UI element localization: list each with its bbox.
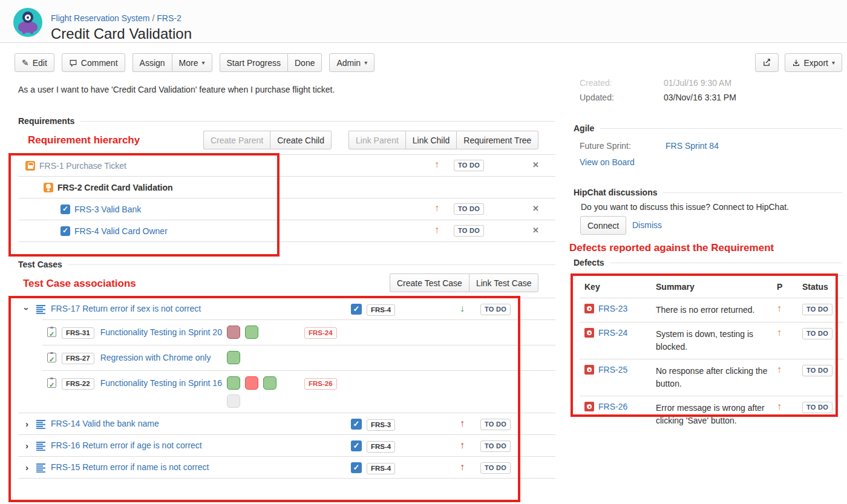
create-child-button[interactable]: Create Child bbox=[270, 131, 332, 149]
defect-row: FRS-23 There is no error returned. ↑ TO … bbox=[580, 298, 843, 322]
status-badge: TO DO bbox=[480, 419, 511, 430]
covered-requirement-tag[interactable]: FRS-3 bbox=[367, 419, 395, 431]
checkbox-requirement-icon bbox=[60, 226, 70, 236]
create-test-case-button[interactable]: Create Test Case bbox=[390, 273, 469, 292]
link-parent-button[interactable]: Link Parent bbox=[348, 131, 405, 149]
issue-header: Flight Reservation System/FRS-2 Credit C… bbox=[0, 0, 847, 43]
test-run-key-tag[interactable]: FRS-22 bbox=[62, 378, 94, 390]
test-case-link[interactable]: FRS-17 Return error if sex is not correc… bbox=[51, 304, 201, 313]
requirement-link[interactable]: FRS-1 Purchase Ticket bbox=[39, 161, 126, 171]
export-button[interactable]: Export▾ bbox=[785, 53, 843, 72]
comment-button[interactable]: Comment bbox=[62, 53, 125, 72]
status-badge: TO DO bbox=[802, 304, 832, 315]
defect-tag[interactable]: FRS-26 bbox=[304, 378, 337, 390]
test-run-link[interactable]: Functionality Testing in Sprint 16 bbox=[100, 378, 222, 388]
create-parent-button[interactable]: Create Parent bbox=[203, 131, 270, 149]
breadcrumb-separator: / bbox=[152, 13, 154, 23]
toolbar-right: Export▾ bbox=[755, 53, 843, 72]
requirement-link[interactable]: FRS-3 Valid Bank bbox=[74, 205, 141, 214]
requirement-link[interactable]: FRS-4 Valid Card Owner bbox=[74, 226, 168, 236]
expand-chevron-icon[interactable]: › bbox=[25, 440, 28, 451]
covered-requirement-tag[interactable]: FRS-4 bbox=[367, 463, 395, 474]
view-on-board-link[interactable]: View on Board bbox=[580, 157, 635, 167]
breadcrumb-issue-link[interactable]: FRS-2 bbox=[157, 13, 181, 23]
priority-up-icon: ↑ bbox=[434, 203, 439, 213]
admin-button[interactable]: Admin▾ bbox=[329, 53, 374, 72]
run-status-square[interactable] bbox=[227, 351, 240, 364]
more-button[interactable]: More▾ bbox=[172, 53, 212, 72]
test-case-row: › FRS-14 Valid the bank name FRS-3 ↑ TO … bbox=[18, 413, 555, 434]
assign-button[interactable]: Assign bbox=[132, 53, 172, 72]
test-case-link[interactable]: FRS-15 Return error if name is not corre… bbox=[51, 462, 209, 472]
defect-tag[interactable]: FRS-24 bbox=[304, 327, 337, 339]
defect-summary: No response after clicking the button. bbox=[656, 365, 777, 390]
coverage-checkbox-icon bbox=[351, 462, 362, 473]
run-status-square[interactable] bbox=[263, 376, 276, 390]
future-sprint-link[interactable]: FRS Sprint 84 bbox=[666, 141, 719, 151]
edit-button[interactable]: ✎Edit bbox=[15, 53, 54, 72]
bug-icon bbox=[584, 402, 594, 411]
defect-link[interactable]: FRS-23 bbox=[598, 304, 627, 313]
priority-up-icon: ↑ bbox=[777, 328, 802, 338]
remove-link-icon[interactable]: ✕ bbox=[532, 226, 539, 235]
hipchat-connect-button[interactable]: Connect bbox=[580, 216, 626, 235]
share-button[interactable] bbox=[755, 53, 779, 72]
defect-link[interactable]: FRS-26 bbox=[598, 402, 627, 411]
link-test-case-button[interactable]: Link Test Case bbox=[469, 273, 539, 292]
toolbar: ✎Edit Comment Assign More▾ Start Progres… bbox=[15, 53, 374, 72]
test-run-key-tag[interactable]: FRS-31 bbox=[62, 327, 94, 339]
defect-link[interactable]: FRS-25 bbox=[598, 365, 627, 375]
run-status-square[interactable] bbox=[245, 376, 258, 390]
priority-up-icon: ↑ bbox=[460, 419, 465, 428]
run-status-square[interactable] bbox=[227, 326, 240, 339]
expand-chevron-icon[interactable]: › bbox=[25, 419, 28, 429]
requirements-section-header: Requirements bbox=[18, 116, 555, 126]
requirement-hierarchy-table: FRS-1 Purchase Ticket ↑ TO DO ✕ FRS-2 Cr… bbox=[18, 154, 555, 242]
collapse-chevron-icon[interactable]: › bbox=[22, 307, 32, 310]
requirement-row: FRS-1 Purchase Ticket ↑ TO DO ✕ bbox=[18, 154, 555, 176]
column-header-key: Key bbox=[584, 282, 656, 292]
run-status-square[interactable] bbox=[227, 394, 240, 408]
column-header-priority: P bbox=[777, 282, 802, 292]
coverage-checkbox-icon bbox=[351, 440, 362, 451]
clipboard-check-icon bbox=[47, 378, 56, 388]
start-progress-button[interactable]: Start Progress bbox=[220, 53, 287, 72]
future-sprint-label: Future Sprint: bbox=[580, 141, 631, 151]
test-case-button-group: Create Test Case Link Test Case bbox=[390, 273, 538, 292]
created-label: Created: bbox=[580, 78, 612, 88]
link-child-button[interactable]: Link Child bbox=[405, 131, 456, 149]
covered-requirement-tag[interactable]: FRS-4 bbox=[367, 441, 395, 453]
checkbox-requirement-icon bbox=[60, 205, 70, 214]
test-run-link[interactable]: Functionality Testing in Sprint 20 bbox=[100, 327, 222, 337]
requirement-tree-button[interactable]: Requirement Tree bbox=[456, 131, 538, 149]
run-status-square[interactable] bbox=[227, 376, 240, 390]
run-status-square[interactable] bbox=[245, 326, 258, 339]
test-case-row: › FRS-17 Return error if sex is not corr… bbox=[18, 298, 555, 319]
defect-row: FRS-25 No response after clicking the bu… bbox=[580, 359, 843, 396]
test-run-key-tag[interactable]: FRS-27 bbox=[62, 353, 94, 364]
status-badge: TO DO bbox=[480, 304, 511, 315]
remove-link-icon[interactable]: ✕ bbox=[532, 204, 539, 213]
hipchat-dismiss-link[interactable]: Dismiss bbox=[632, 220, 662, 230]
test-case-list-icon bbox=[36, 304, 46, 314]
breadcrumb-project-link[interactable]: Flight Reservation System bbox=[51, 13, 149, 23]
comment-bubble-icon bbox=[69, 59, 77, 67]
test-run-results bbox=[227, 326, 279, 339]
remove-link-icon[interactable]: ✕ bbox=[532, 160, 539, 169]
done-button[interactable]: Done bbox=[287, 53, 322, 72]
test-case-list-icon bbox=[36, 441, 46, 451]
defect-link[interactable]: FRS-24 bbox=[598, 328, 627, 338]
created-value: 01/Jul/16 9:30 AM bbox=[664, 78, 731, 88]
test-case-link[interactable]: FRS-16 Return error if age is not correc… bbox=[51, 440, 202, 450]
clipboard-check-icon bbox=[47, 353, 56, 362]
priority-up-icon: ↑ bbox=[460, 440, 465, 450]
covered-requirement-tag[interactable]: FRS-4 bbox=[367, 304, 395, 316]
test-case-row: › FRS-15 Return error if name is not cor… bbox=[18, 456, 555, 478]
priority-up-icon: ↑ bbox=[777, 304, 802, 313]
annotation-defects: Defects reported against the Requirement bbox=[569, 242, 774, 254]
test-run-link[interactable]: Regression with Chrome only bbox=[100, 353, 211, 362]
test-run-results bbox=[227, 351, 279, 364]
test-case-link[interactable]: FRS-14 Valid the bank name bbox=[51, 419, 159, 428]
expand-chevron-icon[interactable]: › bbox=[25, 462, 28, 473]
defects-table: Key Summary P Status FRS-23 There is no … bbox=[580, 275, 843, 433]
